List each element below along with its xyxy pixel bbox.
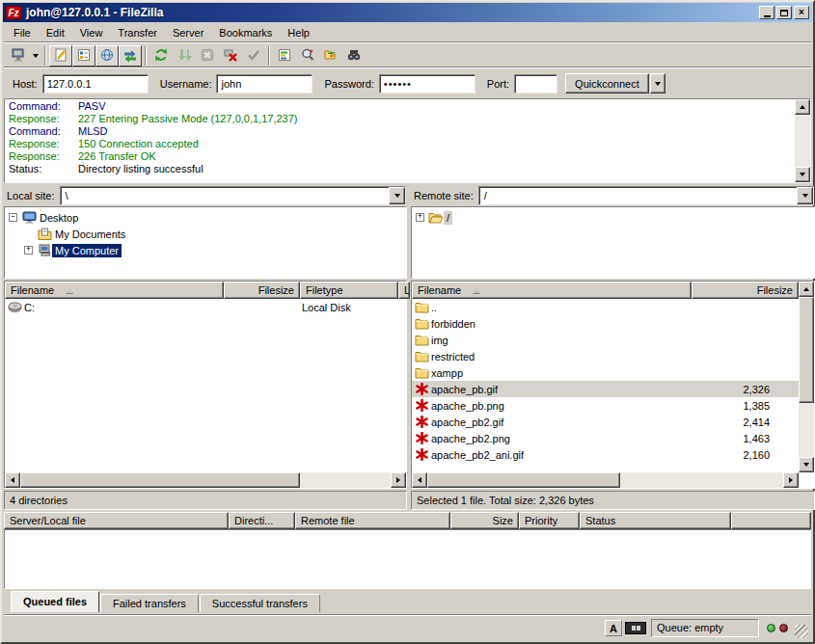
file-row-img[interactable]: img: [412, 332, 799, 348]
minimize-button[interactable]: [759, 6, 774, 19]
toggle-transfer-queue-button[interactable]: [119, 45, 142, 67]
local-site-value[interactable]: \: [61, 187, 389, 204]
title-bar[interactable]: Fz john@127.0.0.1 - FileZilla ×: [3, 3, 812, 22]
tree-item-[interactable]: +/: [412, 209, 814, 226]
find-files-button[interactable]: [342, 45, 366, 67]
tree-item-my-computer[interactable]: +My Computer: [5, 242, 406, 258]
toggle-remote-tree-button[interactable]: [95, 45, 119, 67]
remote-hscrollbar[interactable]: [412, 472, 799, 488]
column-header-filesize[interactable]: Filesize: [224, 282, 300, 299]
column-header-size[interactable]: Size: [450, 512, 519, 529]
remote-site-combo[interactable]: /: [478, 186, 814, 205]
encryption-indicator-icon[interactable]: [625, 622, 646, 634]
file-row-[interactable]: ..: [412, 299, 799, 315]
column-header-status[interactable]: Status: [580, 512, 731, 529]
column-header-filetype[interactable]: Filetype: [300, 282, 398, 299]
column-header-filename[interactable]: Filename: [412, 282, 692, 299]
scroll-down-button[interactable]: [795, 167, 810, 182]
column-header-filesize[interactable]: Filesize: [692, 282, 799, 299]
synchronized-browsing-button[interactable]: [319, 45, 342, 67]
host-input[interactable]: 127.0.0.1: [42, 74, 149, 94]
directory-comparison-button[interactable]: [296, 45, 319, 67]
menu-view[interactable]: View: [72, 25, 111, 40]
quickconnect-dropdown[interactable]: [650, 73, 666, 94]
column-header-last-modified[interactable]: L: [398, 282, 410, 299]
menu-transfer[interactable]: Transfer: [110, 25, 165, 40]
scroll-track[interactable]: [620, 472, 783, 488]
scroll-thumb[interactable]: [427, 472, 620, 488]
scroll-up-button[interactable]: [795, 99, 810, 115]
port-input[interactable]: [514, 74, 557, 94]
file-size: 1,463: [692, 433, 785, 444]
refresh-button[interactable]: [149, 45, 173, 67]
file-row-apache-pb-gif[interactable]: apache_pb.gif2,326: [412, 381, 799, 397]
remote-site-value[interactable]: /: [479, 187, 797, 204]
file-row-apache-pb2-ani-gif[interactable]: apache_pb2_ani.gif2,160: [412, 446, 799, 463]
local-site-combo-button[interactable]: [389, 187, 405, 204]
tree-item-my-documents[interactable]: My Documents: [5, 226, 406, 242]
reconnect-button[interactable]: [242, 45, 265, 67]
scroll-left-button[interactable]: [5, 472, 20, 488]
column-header-priority[interactable]: Priority: [519, 512, 580, 529]
tab-successful-transfers[interactable]: Successful transfers: [200, 594, 320, 612]
menu-file[interactable]: File: [6, 25, 39, 40]
scroll-right-button[interactable]: [391, 472, 406, 488]
scroll-track[interactable]: [795, 115, 810, 167]
local-site-combo[interactable]: \: [60, 186, 406, 205]
file-row-c[interactable]: C:Local Disk: [5, 299, 406, 315]
scroll-down-button[interactable]: [799, 457, 814, 472]
file-name-cell: apache_pb.png: [412, 399, 692, 412]
tree-item-desktop[interactable]: -Desktop: [5, 209, 406, 226]
scroll-thumb[interactable]: [20, 472, 300, 488]
transfer-type-indicator-icon[interactable]: A: [605, 620, 622, 636]
file-row-restricted[interactable]: restricted: [412, 348, 799, 364]
tab-queued-files[interactable]: Queued files: [11, 591, 99, 612]
password-label: Password:: [324, 78, 373, 90]
tab-failed-transfers[interactable]: Failed transfers: [100, 594, 199, 612]
scroll-track[interactable]: [799, 297, 814, 457]
menu-edit[interactable]: Edit: [39, 25, 72, 40]
process-queue-button[interactable]: [173, 45, 196, 67]
username-input[interactable]: john: [216, 74, 312, 94]
remote-site-combo-button[interactable]: [797, 187, 813, 204]
site-manager-dropdown[interactable]: [30, 45, 41, 67]
log-line: Command:MLSD: [5, 125, 794, 138]
scroll-left-button[interactable]: [412, 472, 427, 488]
log-scrollbar[interactable]: [795, 99, 810, 182]
cancel-operation-button[interactable]: [196, 45, 219, 67]
file-row-apache-pb2-png[interactable]: apache_pb2.png1,463: [412, 430, 799, 446]
filter-button[interactable]: [273, 45, 296, 67]
minus-expander-icon[interactable]: -: [9, 213, 17, 222]
close-button[interactable]: ×: [794, 6, 809, 19]
file-row-apache-pb2-gif[interactable]: apache_pb2.gif2,414: [412, 414, 799, 430]
remote-vscrollbar[interactable]: [799, 282, 814, 472]
quickconnect-button[interactable]: Quickconnect: [565, 73, 649, 94]
folder-icon: [414, 301, 429, 313]
disconnect-button[interactable]: [219, 45, 242, 67]
scroll-track[interactable]: [300, 472, 391, 488]
scroll-thumb[interactable]: [799, 297, 814, 403]
local-hscrollbar[interactable]: [5, 472, 406, 488]
toggle-local-tree-button[interactable]: [72, 45, 95, 67]
scroll-up-button[interactable]: [799, 282, 814, 297]
file-row-apache-pb-png[interactable]: apache_pb.png1,385: [412, 397, 799, 414]
password-input[interactable]: ••••••: [379, 74, 475, 94]
queue-list-area[interactable]: [4, 529, 811, 589]
resize-grip[interactable]: [795, 625, 808, 638]
column-header-filename[interactable]: Filename: [5, 282, 224, 299]
column-header-direction[interactable]: Directi...: [229, 512, 295, 529]
scroll-right-button[interactable]: [783, 472, 799, 488]
site-manager-button[interactable]: [7, 45, 30, 67]
file-row-xampp[interactable]: xampp: [412, 364, 799, 381]
column-header-remote-file[interactable]: Remote file: [295, 512, 450, 529]
plus-expander-icon[interactable]: +: [24, 246, 33, 255]
menu-help[interactable]: Help: [280, 25, 317, 40]
file-row-forbidden[interactable]: forbidden: [412, 315, 799, 332]
maximize-button[interactable]: [776, 6, 792, 19]
menu-bookmarks[interactable]: Bookmarks: [211, 25, 280, 40]
image-file-icon: [414, 448, 429, 461]
menu-server[interactable]: Server: [165, 25, 211, 40]
column-header-server-local-file[interactable]: Server/Local file: [4, 512, 229, 529]
plus-expander-icon[interactable]: +: [416, 213, 424, 222]
toggle-message-log-button[interactable]: [49, 45, 72, 67]
